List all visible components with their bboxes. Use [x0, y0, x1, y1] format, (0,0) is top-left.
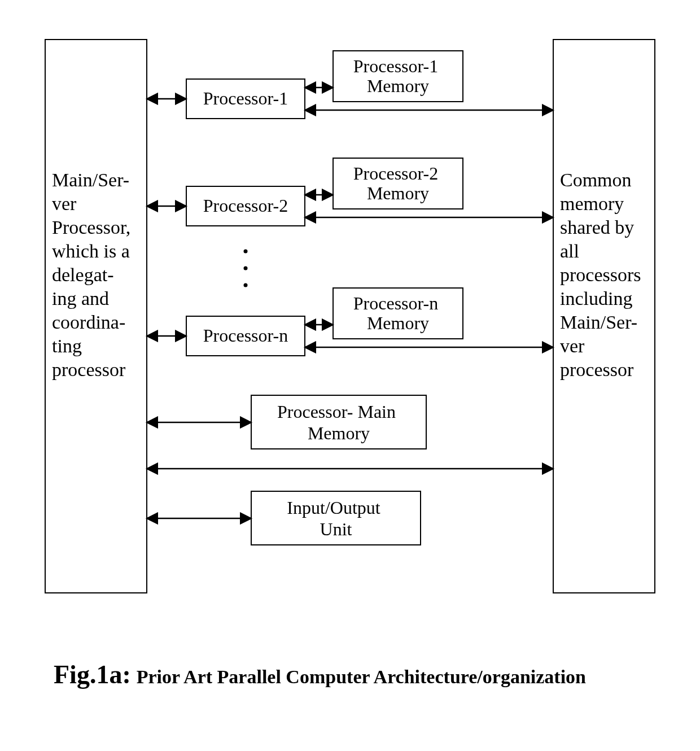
processor-1-label: Processor-1	[203, 88, 288, 108]
processor-n-label: Processor-n	[203, 325, 288, 346]
ellipsis-dot	[244, 283, 248, 287]
processor-2-label: Processor-2	[203, 195, 288, 216]
diagram-svg: Main/Ser- ver Processor, which is a dele…	[0, 0, 700, 751]
figure-caption: Fig.1a: Prior Art Parallel Computer Arch…	[54, 660, 586, 689]
ellipsis-dot	[244, 267, 248, 270]
ellipsis-dot	[244, 250, 248, 254]
